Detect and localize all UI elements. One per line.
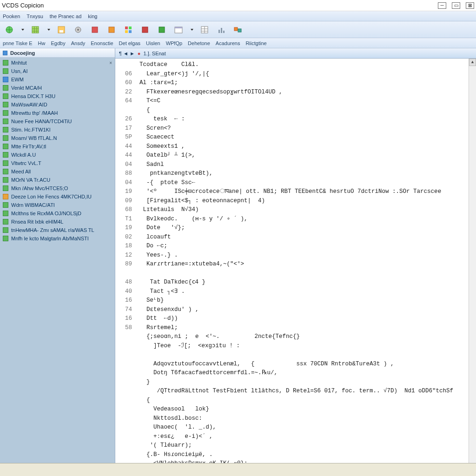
tree-item[interactable]: Mnhtut× (0, 59, 115, 67)
tool-disk-icon[interactable] (56, 24, 67, 35)
tree-item-label: MaWswAW:AID (11, 102, 47, 107)
tree-item[interactable]: Mnfh le kcto Malgtarln Ab/MaNSTI (0, 234, 115, 243)
file-icon (3, 119, 8, 124)
tree-item[interactable]: EWM (0, 75, 115, 84)
tree-item[interactable]: Moarn/ WB fTLAL.N (0, 134, 115, 142)
tool-cube-red2-icon[interactable] (139, 24, 151, 35)
tree-item[interactable]: Usn, AI (0, 67, 115, 75)
menu-item[interactable]: the Pranec ad (50, 13, 82, 19)
tree-item[interactable]: Mtrewttu thp' /MAAH (0, 109, 115, 117)
tree-item[interactable]: Mclthns tie RcxMA OJ/NOLSjD (0, 209, 115, 218)
chevron-down-icon[interactable] (21, 29, 24, 31)
file-icon (3, 194, 8, 199)
view-tab[interactable]: Ansdy (71, 40, 86, 46)
menu-item[interactable]: Pooken (3, 13, 20, 19)
view-tab[interactable]: Uislen (146, 40, 160, 46)
tree-item[interactable]: Mkn /Ahw Mvc/HTCE5;O (0, 184, 115, 192)
tree-item[interactable]: Rnsea Rit lxbk eHIM4L (0, 218, 115, 226)
tool-cube-orange-icon[interactable] (106, 24, 117, 35)
menu-bar: PookenTnxysuthe Pranec adking (0, 11, 476, 21)
project-tree[interactable]: Mnhtut×Usn, AIEWMVenkt MCA/HHensa DlCK.T… (0, 58, 115, 463)
tool-bars-icon[interactable] (216, 24, 227, 35)
tree-item-label: Venkt MCA/H (11, 85, 42, 91)
tool-globe-icon[interactable] (4, 24, 15, 35)
tree-item[interactable]: MaWswAW:AID (0, 100, 115, 109)
view-tab[interactable]: Riictgtine (245, 40, 266, 46)
tree-item-label: Vltwtrc VvL.T (11, 160, 41, 166)
code-content[interactable]: Tcodtace Cl&l. Lear_gter<)j '/,|{ Al ːta… (136, 59, 476, 463)
tool-table-icon[interactable] (199, 24, 210, 35)
sidebar: Docoejing Mnhtut×Usn, AIEWMVenkt MCA/HHe… (0, 48, 115, 463)
tree-item-label: Mnfh le kcto Malgtarln Ab/MaNSTI (11, 236, 89, 241)
tree-item[interactable]: Wlckdl A.U (0, 151, 115, 159)
tree-item-label: Deeze Lon He Fencs 4MK7CHD,IU (11, 194, 92, 199)
workspace: Docoejing Mnhtut×Usn, AIEWMVenkt MCA/HHe… (0, 48, 476, 463)
svg-rect-15 (175, 27, 182, 28)
file-icon (3, 169, 8, 174)
file-icon (3, 227, 8, 233)
tree-item-label: Stim. Hc.FTW1Kl (11, 127, 50, 132)
file-icon (3, 135, 8, 141)
tree-item-label: Meed All (11, 169, 31, 174)
svg-rect-12 (142, 27, 148, 33)
minimize-button[interactable]: ─ (438, 2, 446, 9)
tree-item[interactable]: Mtte FirTtr;AV,tl (0, 142, 115, 151)
file-icon (3, 144, 8, 149)
view-tab[interactable]: Egdby (51, 40, 65, 46)
vertical-scrollbar[interactable]: ▲ (469, 59, 476, 463)
menu-item[interactable]: king (88, 13, 97, 19)
view-tab[interactable]: Enonsctie (91, 40, 113, 46)
svg-rect-20 (234, 27, 238, 31)
tree-item[interactable]: Deeze Lon He Fencs 4MK7CHD,IU (0, 192, 115, 201)
file-icon (3, 77, 8, 82)
svg-rect-9 (129, 26, 132, 29)
tree-item[interactable]: Nuee Fee HANA/TCD4TiU (0, 117, 115, 126)
status-bar (0, 463, 476, 476)
tool-grid-green-icon[interactable] (30, 24, 41, 35)
svg-rect-17 (218, 30, 220, 33)
tool-gear-icon[interactable] (73, 24, 84, 35)
tree-item-label: Hensa DlCK.T H3U (11, 93, 55, 99)
tree-item[interactable]: Wdrn WIBMAC/ATI (0, 201, 115, 209)
close-button[interactable]: ⊠ (466, 2, 474, 9)
file-icon (3, 202, 8, 208)
tree-item[interactable]: tnHewMHA- Zmı sAMAL r/a/WAS TL (0, 226, 115, 234)
view-tab[interactable]: Acadurens (216, 40, 240, 46)
view-tab[interactable]: pnne Tiske E (3, 40, 33, 46)
tree-item-label: Mnhtut (11, 60, 27, 66)
tree-item[interactable]: Meed All (0, 167, 115, 176)
svg-rect-13 (159, 27, 165, 33)
code-editor[interactable]: 06 60 22 64 26 17 5P 44 44 04 88 04 19 0… (115, 59, 476, 463)
chevron-down-icon[interactable] (47, 29, 50, 31)
tool-puzzle-icon[interactable] (232, 24, 244, 35)
window-controls: ─ ▭ ⊠ (438, 2, 474, 9)
tree-item[interactable]: Venkt MCA/H (0, 84, 115, 92)
view-tab[interactable]: Det elgas (119, 40, 140, 46)
file-icon (3, 177, 8, 183)
sidebar-header[interactable]: Docoejing (0, 48, 115, 58)
view-tab[interactable]: WPfQp (166, 40, 182, 46)
chevron-down-icon[interactable] (191, 29, 193, 31)
scroll-up-icon[interactable]: ▲ (469, 59, 476, 66)
view-tab[interactable]: Hw (38, 40, 46, 46)
menu-item[interactable]: Tnxysu (26, 13, 43, 19)
toolbar (0, 21, 476, 38)
tree-item[interactable]: Vltwtrc VvL.T (0, 159, 115, 167)
close-icon[interactable]: × (109, 60, 112, 66)
svg-rect-11 (129, 30, 132, 33)
tree-item[interactable]: Hensa DlCK.T H3U (0, 92, 115, 100)
svg-rect-21 (238, 29, 241, 32)
tree-item[interactable]: MOrN VA Tr.ACU (0, 176, 115, 184)
tool-grid-color-icon[interactable] (123, 24, 134, 35)
tree-item[interactable]: Stim. Hc.FTW1Kl (0, 126, 115, 134)
tool-cube-red-icon[interactable] (89, 24, 100, 35)
tree-item-label: Mtrewttu thp' /MAAH (11, 110, 58, 116)
svg-point-5 (77, 29, 79, 31)
maximize-button[interactable]: ▭ (452, 2, 460, 9)
tool-cube-green-icon[interactable] (156, 24, 167, 35)
tool-calendar-icon[interactable] (173, 24, 184, 35)
view-tab[interactable]: Dehetone (188, 40, 210, 46)
file-icon (3, 60, 8, 66)
svg-rect-18 (221, 28, 222, 33)
editor-tab[interactable]: ¶ ◄ ► ● 1.]. SEnat (119, 51, 166, 56)
